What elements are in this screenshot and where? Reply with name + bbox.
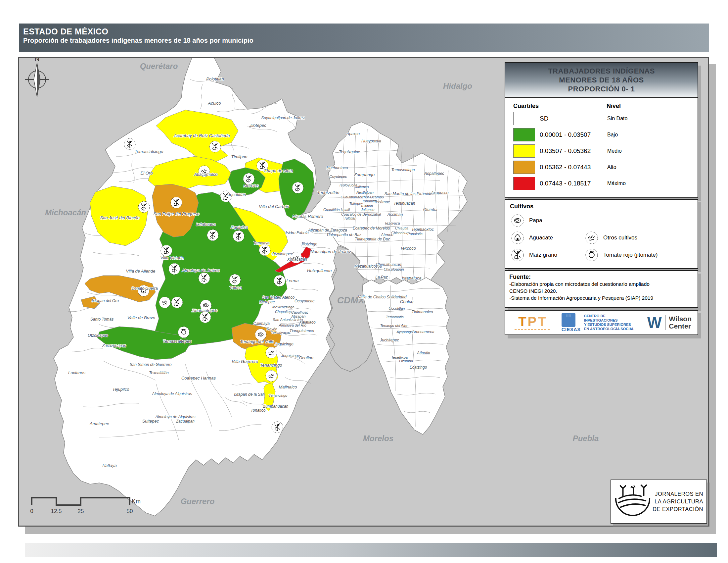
municipality-label: Valle de Chalco Solidaridad — [358, 295, 407, 300]
municipality-label: Tlalnepantla de Baz — [326, 232, 361, 237]
fuente-line: -Elaboración propia con microdatos del c… — [509, 280, 694, 288]
municipality-label: Chicoloapan — [384, 267, 404, 271]
municipality-label: Tecámac — [374, 200, 390, 204]
legend-title-line2: MENORES DE 18 AÑOS — [559, 75, 644, 84]
municipality-label: Toluca — [229, 285, 242, 290]
legend-cuartiles-label: Cuartiles — [513, 103, 607, 110]
crop-icon-maiz — [138, 201, 150, 212]
municipality-label: Lerma — [287, 278, 299, 283]
cultivo-label: Tomate rojo (jitomate) — [603, 252, 658, 258]
municipality-label: Almoloya de Juárez — [182, 268, 220, 273]
wilson-text: Wilson — [669, 315, 692, 323]
municipality-label: San José del Rincón — [100, 215, 139, 220]
crop-icon-maiz — [233, 230, 244, 242]
municipality-label: Coyotepec — [330, 174, 347, 178]
municipality-label: Texcoco — [400, 246, 416, 251]
legend-header: TRABAJADORES INDÍGENAS MENORES DE 18 AÑO… — [505, 63, 698, 98]
municipality-label: Chalco — [400, 299, 413, 304]
crop-icon-maiz — [199, 272, 210, 284]
crop-icon-maiz — [169, 263, 180, 274]
legend-nivel-label: Nivel — [607, 103, 621, 110]
municipality-label: Xonacatlán — [287, 257, 307, 261]
jornaleros-field-icon — [613, 484, 652, 520]
municipality-label: Tepetlaoxtoc — [411, 227, 434, 232]
municipality-label: San Felipe del Progreso — [153, 211, 199, 216]
municipality-label: Huixquilucan — [307, 268, 332, 273]
municipality-label: Isidro Fabela — [286, 230, 309, 235]
page-subtitle: Proporción de trabajadores indígenas men… — [23, 37, 709, 44]
tpt-logo: TPT — [511, 315, 554, 330]
municipality-label: Ayapango — [396, 330, 413, 334]
municipality-label: San Mateo Atenco — [262, 295, 295, 300]
municipality-label: Villa Guerrero — [232, 359, 258, 364]
municipality-label: Acolman — [387, 212, 403, 217]
legend-class-row: 0.00001 - 0.03507Bajo — [505, 126, 698, 143]
municipality-label: Capulhuac — [291, 310, 309, 314]
municipality-label: Melchor Ocampo — [356, 195, 384, 199]
crop-icon-otros — [266, 347, 277, 358]
fuente-lines: -Elaboración propia con microdatos del c… — [509, 280, 694, 302]
crop-icon-otros — [266, 370, 277, 382]
cultivo-item-otros: Otros cultivos — [585, 231, 637, 245]
crop-icon-maiz — [259, 244, 270, 256]
municipality-label: Tlatlaya — [102, 463, 117, 468]
municipality-label: Ixtapan de la Sal — [234, 392, 264, 397]
legend-range-label: 0.07443 - 0.18517 — [540, 180, 607, 187]
state-label: Puebla — [573, 434, 599, 443]
crop-icon-maiz — [200, 312, 211, 323]
municipality-label: Jiquipilco — [230, 225, 248, 230]
municipality-label: Acambay de Ruíz Castañeda — [173, 133, 230, 138]
municipality-label: Chiautla — [395, 226, 408, 230]
municipality-label: Timilpan — [231, 154, 247, 159]
municipality-label: Tianguistenco — [290, 329, 314, 333]
municipality-label: Tezoyuca — [385, 221, 400, 225]
cultivo-item-maiz: Maíz grano — [511, 248, 557, 262]
legend-box-logos: TPT ☷☶ CIESAS CENTRO DE INVESTIGACIONES … — [505, 310, 698, 335]
municipality-label: Polotitlán — [206, 76, 224, 81]
municipality-label: Temoaya — [253, 241, 270, 245]
fuente-line: -Sistema de Información Agropecuaria y P… — [509, 295, 694, 302]
municipality-label: Papalotla — [407, 232, 423, 236]
municipality-label: Ozumba — [399, 359, 413, 363]
legend-class-row: 0.05362 - 0.07443Alto — [505, 159, 698, 175]
municipality-label: Juchitepec — [380, 338, 399, 343]
municipality-label: Otumba — [423, 207, 437, 212]
municipality-label: Calimaya — [253, 321, 270, 326]
municipality-label: Zacazonapan — [102, 344, 126, 348]
legend-color-swatch — [513, 177, 535, 190]
otros-cultivos-icon — [585, 231, 599, 245]
cultivo-label: Otros cultivos — [603, 234, 637, 241]
municipality-label: Santo Tomás — [90, 317, 114, 322]
municipality-label: Temascalapa — [391, 167, 415, 172]
jornaleros-text: DE EXPORTACIÓN — [652, 505, 703, 513]
legend-box-cultivos: Cultivos Papa Aguacate Maíz grano Otros … — [505, 199, 698, 269]
state-label: Morelos — [363, 434, 393, 443]
municipality-label: Nopaltepec — [424, 171, 444, 176]
municipality-label: Ixtapan del Oro — [92, 299, 119, 303]
municipality-label: Sultepec — [142, 419, 159, 424]
state-label: Guerrero — [181, 497, 215, 506]
municipality-label: Texcalyacac — [271, 331, 291, 335]
legend-range-label: 0.00001 - 0.03507 — [540, 131, 607, 138]
municipality-label: Villa Victoria — [160, 255, 184, 260]
municipality-label: Huehuetoca — [327, 165, 348, 170]
municipality-label: Almoloya de Alquisiras — [155, 415, 196, 419]
municipality-label: Malinalco — [279, 385, 297, 390]
scale-tick-label: 12.5 — [51, 508, 62, 514]
legend-level-label: Bajo — [607, 132, 618, 138]
legend-color-swatch — [513, 161, 535, 174]
municipality-label: Tenancingo — [269, 394, 287, 398]
municipality-label: Chapa de Mota — [264, 168, 293, 173]
papa-icon — [511, 213, 524, 227]
municipality-label: Joquicingo — [281, 353, 300, 358]
municipality-label: Jaltenco — [355, 185, 369, 189]
ciesas-text: EN ANTROPOLOGÍA SOCIAL — [584, 327, 640, 331]
municipality-label: San Simón de Guerrero — [130, 362, 172, 367]
municipality-label: Luvianos — [68, 370, 86, 375]
municipality-label: Jilotzingo — [300, 242, 317, 246]
municipality-label: Apaxco — [346, 131, 360, 136]
state-label: Hidalgo — [443, 81, 472, 90]
north-arrow: N — [25, 58, 49, 97]
tpt-letter: P — [528, 314, 538, 329]
title-bar: ESTADO DE MÉXICO Proporción de trabajado… — [19, 23, 709, 52]
